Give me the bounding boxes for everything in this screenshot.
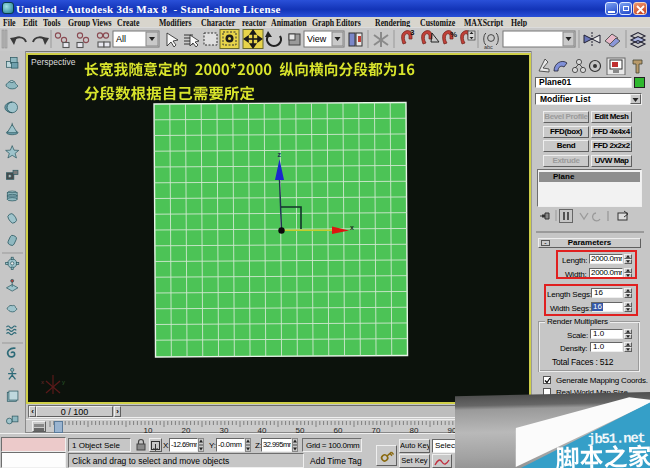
svg-text:x: x — [350, 224, 354, 231]
svg-text:y: y — [62, 379, 65, 385]
svg-text:abc: abc — [484, 44, 493, 50]
svg-text:%: % — [450, 30, 457, 39]
svg-text:z: z — [278, 151, 282, 158]
svg-text:View: View — [307, 34, 327, 44]
svg-text:All: All — [116, 34, 126, 44]
svg-text:jb51.net: jb51.net — [587, 430, 646, 447]
svg-text:x: x — [41, 379, 44, 385]
svg-text:3: 3 — [410, 28, 415, 37]
